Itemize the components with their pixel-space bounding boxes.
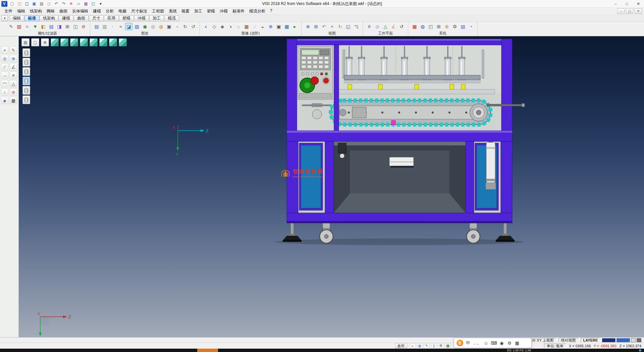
tab-线架构[interactable]: 线架构 bbox=[40, 15, 58, 21]
menu-电极[interactable]: 电极 bbox=[116, 8, 129, 15]
standard-views-icon[interactable]: ◱ bbox=[344, 23, 352, 30]
background-settings-icon[interactable]: ▩ bbox=[283, 23, 290, 30]
menu-编辑[interactable]: 编辑 bbox=[15, 8, 28, 15]
maximize-button[interactable]: □ bbox=[621, 0, 633, 7]
regenerate-icon[interactable]: ↺ bbox=[190, 23, 197, 30]
swatch-dark[interactable] bbox=[637, 338, 641, 342]
screen-layout-icon[interactable]: ◰ bbox=[427, 23, 434, 30]
menu-冲模[interactable]: 冲模 bbox=[217, 8, 230, 15]
menu-网格[interactable]: 网格 bbox=[44, 8, 57, 15]
line-tool-icon[interactable]: ∕ bbox=[1, 63, 8, 71]
color-palette-icon[interactable]: ▦ bbox=[411, 23, 418, 30]
world-settings-icon[interactable]: ◍ bbox=[419, 23, 426, 30]
redraw-icon[interactable]: ↻ bbox=[181, 23, 189, 30]
swatch-light[interactable] bbox=[631, 338, 636, 342]
mdi-close-button[interactable]: ✕ bbox=[635, 8, 642, 14]
save-file-icon[interactable]: ◫ bbox=[23, 1, 30, 7]
zoom-previous-icon[interactable]: ↶ bbox=[320, 23, 328, 30]
section-view-icon[interactable]: ◒ bbox=[259, 23, 266, 30]
mdi-minimize-button[interactable]: – bbox=[617, 8, 625, 14]
mdi-restore-button[interactable]: ▢ bbox=[626, 8, 633, 14]
menu-?[interactable]: ? bbox=[268, 8, 275, 15]
image-zoom-icon[interactable]: ⊕ bbox=[267, 23, 274, 30]
screen-config-icon[interactable]: ◰ bbox=[90, 1, 97, 7]
filter-meshes-icon[interactable] bbox=[22, 95, 30, 104]
shaded-box-view-icon[interactable] bbox=[51, 38, 59, 46]
filter-solids-icon[interactable] bbox=[22, 86, 30, 95]
network-icon[interactable] bbox=[639, 349, 641, 352]
viewport-3d[interactable] bbox=[19, 36, 644, 337]
erase-tool-icon[interactable]: ⊘ bbox=[10, 88, 17, 96]
front-view-icon[interactable] bbox=[80, 38, 88, 46]
menu-系统[interactable]: 系统 bbox=[166, 8, 179, 15]
select-tool-icon[interactable]: + bbox=[1, 46, 8, 54]
move-tool-icon[interactable]: ↕ bbox=[1, 88, 8, 96]
performance-icon[interactable]: ◔ bbox=[467, 23, 475, 30]
sketch-tool-icon[interactable]: ✎ bbox=[10, 46, 17, 54]
tab-曲面[interactable]: 曲面 bbox=[74, 15, 89, 21]
punctuation-toggle[interactable]: ，。 bbox=[473, 340, 481, 346]
bottom-view-icon[interactable] bbox=[119, 38, 127, 46]
angle-tool-icon[interactable]: ∠ bbox=[10, 63, 17, 71]
top-view-icon[interactable] bbox=[70, 38, 78, 46]
screen-capture-icon[interactable]: ▣ bbox=[275, 23, 282, 30]
curve-tool-icon[interactable]: ◠ bbox=[1, 80, 8, 87]
color-filter-icon[interactable]: ◧ bbox=[40, 23, 47, 30]
element-filter-icon[interactable]: ▼ bbox=[32, 23, 39, 30]
menu-塑模[interactable]: 塑模 bbox=[205, 8, 217, 15]
copy-icon[interactable]: ▱ bbox=[75, 1, 82, 7]
attributes-brush-icon[interactable]: ▨ bbox=[15, 23, 23, 30]
system-options-icon[interactable]: ⚙ bbox=[451, 23, 459, 30]
redo-icon[interactable]: ↷ bbox=[60, 1, 67, 7]
soft-keyboard-icon[interactable]: ⌨ bbox=[491, 340, 497, 346]
attributes-editor-icon[interactable]: ✎ bbox=[7, 23, 15, 30]
layer-manager-icon[interactable]: ▤ bbox=[93, 23, 100, 30]
undo-icon[interactable]: ↶ bbox=[53, 1, 60, 7]
snap-settings-icon[interactable]: ⊛ bbox=[443, 23, 450, 30]
hidden-line-view-icon[interactable]: ◆ bbox=[219, 23, 226, 30]
tab-尺寸[interactable]: 尺寸 bbox=[89, 15, 104, 21]
menu-标准件[interactable]: 标准件 bbox=[230, 8, 247, 15]
print-icon[interactable]: ▤ bbox=[38, 1, 45, 7]
zoom-window-icon[interactable]: ⊞ bbox=[312, 23, 320, 30]
transparency-icon[interactable]: ◌ bbox=[251, 23, 258, 30]
emoji-picker-icon[interactable]: ☺ bbox=[483, 340, 489, 346]
ime-toolbox-icon[interactable]: ⚙ bbox=[506, 340, 513, 346]
list-tool-icon[interactable]: ≡ bbox=[10, 72, 17, 79]
grid-indicator-icon[interactable]: ▦ bbox=[445, 343, 451, 348]
tab-标准[interactable]: 标准 bbox=[24, 15, 39, 21]
hide-all-icon[interactable]: ◎ bbox=[149, 23, 157, 30]
voice-input-icon[interactable]: ◉ bbox=[499, 340, 505, 346]
isometric-view-icon[interactable]: ◹ bbox=[353, 23, 360, 30]
qat-dropdown-icon[interactable]: ▾ bbox=[97, 1, 104, 7]
point-snap-icon[interactable]: ◎ bbox=[1, 55, 8, 62]
new-file-icon[interactable]: ▢ bbox=[9, 1, 15, 7]
filter-all-elements-icon[interactable] bbox=[22, 48, 30, 57]
tab-加工[interactable]: 加工 bbox=[149, 15, 164, 21]
light-settings-icon[interactable]: ☼ bbox=[235, 23, 242, 30]
filter-wireframe-icon[interactable] bbox=[22, 67, 30, 76]
input-mode-toggle[interactable]: 中 bbox=[465, 340, 471, 346]
ungroup-elements-icon[interactable]: ▫ bbox=[173, 23, 181, 30]
delete-icon[interactable]: ✕ bbox=[68, 1, 74, 7]
show-surfaces-icon[interactable]: ◪ bbox=[125, 23, 132, 30]
back-view-icon[interactable] bbox=[99, 38, 107, 46]
tab-塑模[interactable]: 塑模 bbox=[119, 15, 134, 21]
filter-surfaces-icon[interactable] bbox=[22, 77, 30, 85]
tab-编辑[interactable]: 编辑 bbox=[9, 15, 24, 21]
shaded-view-icon[interactable]: ◐ bbox=[203, 23, 210, 30]
edit-indicator-icon[interactable]: ✎ bbox=[424, 343, 430, 348]
pan-view-icon[interactable]: + bbox=[328, 23, 336, 30]
info-tool-icon[interactable]: ◈ bbox=[1, 97, 8, 104]
workplane-by-view-icon[interactable]: ◇ bbox=[374, 23, 381, 30]
menu-分析[interactable]: 分析 bbox=[103, 8, 116, 15]
zoom-all-icon[interactable]: ⊕ bbox=[304, 23, 312, 30]
grid-tool-icon[interactable]: ▦ bbox=[10, 97, 17, 104]
quick-select-icon[interactable]: ⊞ bbox=[64, 23, 71, 30]
menu-工程图[interactable]: 工程图 bbox=[150, 8, 166, 15]
polygon-tool-icon[interactable]: △ bbox=[10, 80, 17, 87]
match-attributes-icon[interactable]: ≈ bbox=[23, 23, 31, 30]
world-indicator-icon[interactable]: ◍ bbox=[417, 343, 423, 348]
taskbar-app-indicator[interactable] bbox=[197, 349, 218, 352]
workplane-reset-icon[interactable]: ↺ bbox=[398, 23, 405, 30]
